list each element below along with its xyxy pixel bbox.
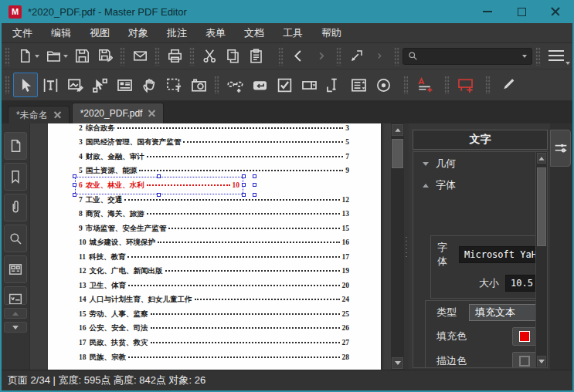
eraser-pen-tool[interactable] xyxy=(494,73,518,97)
toolbar-grip[interactable] xyxy=(189,47,195,66)
toc-row[interactable]: 4 财政、金融、审计 7 xyxy=(79,150,349,164)
radio-field-tool[interactable] xyxy=(371,73,396,97)
selection-handle[interactable] xyxy=(157,174,161,178)
edit-image-tool[interactable] xyxy=(63,73,87,97)
toc-row[interactable]: 7 工业、交通 12 xyxy=(79,193,349,208)
tab-close-icon[interactable] xyxy=(54,112,61,119)
form-fields-button[interactable] xyxy=(4,255,27,283)
add-text-annotation-tool[interactable] xyxy=(412,73,436,97)
stroke-color-button[interactable] xyxy=(512,352,536,368)
minimize-button[interactable] xyxy=(470,0,504,23)
menu-item[interactable]: 文件 xyxy=(3,23,42,42)
menu-item[interactable]: 文档 xyxy=(235,23,273,42)
toolbar-grip[interactable] xyxy=(444,76,450,94)
toolbar-grip[interactable] xyxy=(394,47,399,66)
copy-button[interactable] xyxy=(221,46,244,66)
scroll-down-button[interactable] xyxy=(392,357,403,369)
search-panel-button[interactable] xyxy=(4,225,27,252)
selection-handle[interactable] xyxy=(253,174,256,178)
menu-item[interactable]: 视图 xyxy=(80,23,119,42)
selection-handle[interactable] xyxy=(73,193,76,197)
cut-button[interactable] xyxy=(198,46,221,66)
toc-row[interactable]: 18 民族、宗教 28 xyxy=(79,350,349,365)
document-tab[interactable]: *未命名 xyxy=(8,106,70,123)
main-menu-button[interactable] xyxy=(544,46,570,66)
sidebar-scroll-up-button[interactable] xyxy=(4,308,27,319)
font-name-input[interactable]: Microsoft YaHei xyxy=(459,246,548,263)
toolbar-grip[interactable] xyxy=(5,47,10,66)
scrollbar-thumb[interactable] xyxy=(392,139,403,168)
document-scrollbar[interactable] xyxy=(391,123,404,370)
menu-item[interactable]: 表单 xyxy=(196,23,235,42)
toc-row[interactable]: 2 综合政务 3 xyxy=(79,123,349,136)
save-button[interactable] xyxy=(70,46,93,66)
toc-row[interactable]: 17 民政、扶贫、救灾 27 xyxy=(79,336,349,350)
close-button[interactable] xyxy=(538,0,572,23)
search-box[interactable] xyxy=(402,48,532,65)
tab-close-icon[interactable] xyxy=(148,110,155,117)
scroll-up-button[interactable] xyxy=(537,153,546,164)
document-tab[interactable]: *2020_PDF.pdf xyxy=(72,103,165,123)
toc-row[interactable]: 9 市场监管、安全生产监管 15 xyxy=(79,221,349,236)
toc-row[interactable]: 15 劳动、人事、监察 25 xyxy=(79,307,349,322)
toc-row[interactable]: 6 农业、林业、水利 10 xyxy=(79,178,349,193)
menu-item[interactable]: 工具 xyxy=(273,23,312,42)
toolbar-grip[interactable] xyxy=(535,47,541,66)
navigate-back-button[interactable] xyxy=(287,46,310,66)
selection-handle[interactable] xyxy=(253,193,256,197)
edit-path-tool[interactable] xyxy=(87,73,112,97)
scrollbar-thumb[interactable] xyxy=(537,167,546,246)
toolbar-grip[interactable] xyxy=(403,76,409,94)
edit-text-tool[interactable] xyxy=(38,73,63,97)
toc-row[interactable]: 12 文化、广电、新闻出版 19 xyxy=(79,264,349,279)
toc-row[interactable]: 8 商贸、海关、旅游 13 xyxy=(79,207,349,221)
checkbox-field-tool[interactable] xyxy=(272,73,297,97)
email-button[interactable] xyxy=(128,46,151,66)
bookmarks-button[interactable] xyxy=(4,163,27,191)
hand-tool[interactable] xyxy=(137,73,161,97)
new-document-button[interactable] xyxy=(13,46,36,66)
selection-handle[interactable] xyxy=(242,193,246,197)
panel-scrollbar[interactable] xyxy=(535,152,547,367)
edit-form-tool[interactable] xyxy=(112,73,137,97)
selection-handle[interactable] xyxy=(73,174,76,178)
search-input[interactable] xyxy=(418,51,522,62)
toolbar-grip[interactable] xyxy=(155,47,160,66)
toolbar-grip[interactable] xyxy=(485,76,491,94)
fill-color-button[interactable] xyxy=(512,327,536,346)
toolbar-grip[interactable] xyxy=(278,47,284,66)
toc-row[interactable]: 16 公安、安全、司法 26 xyxy=(79,322,349,336)
save-as-button[interactable] xyxy=(93,46,117,66)
section-geometry[interactable]: 几何 xyxy=(413,152,547,174)
button-field-tool[interactable] xyxy=(247,73,272,97)
toolbar-grip[interactable] xyxy=(5,76,10,94)
text-field-tool[interactable] xyxy=(321,73,346,97)
document-viewport[interactable]: 2 综合政务 3 3 国民经济管理、国有资产监管 xyxy=(30,123,391,370)
sidebar-scroll-down-button[interactable] xyxy=(4,322,27,333)
menu-item[interactable]: 编辑 xyxy=(42,23,80,42)
add-callout-tool[interactable] xyxy=(453,73,477,97)
toolbar-grip[interactable] xyxy=(120,47,125,66)
combobox-field-tool[interactable] xyxy=(297,73,321,97)
toolbar-grip[interactable] xyxy=(336,47,341,66)
selection-handle[interactable] xyxy=(242,183,246,187)
zoom-to-selection-button[interactable] xyxy=(345,46,368,66)
toc-row[interactable]: 10 城乡建设、环境保护 16 xyxy=(79,235,349,250)
properties-panel-toggle[interactable] xyxy=(550,130,571,167)
menu-item[interactable]: 批注 xyxy=(158,23,196,42)
type-select[interactable]: 填充文本 xyxy=(469,304,537,321)
toolbar-grip[interactable] xyxy=(214,76,219,94)
toc-row[interactable]: 14 人口与计划生育、妇女儿童工作 24 xyxy=(79,293,349,308)
selection-handle[interactable] xyxy=(253,183,256,187)
print-button[interactable] xyxy=(163,46,186,66)
add-link-tool[interactable] xyxy=(222,73,247,97)
paste-button[interactable] xyxy=(244,46,267,66)
section-font[interactable]: 字体 xyxy=(413,174,547,195)
open-file-button[interactable] xyxy=(42,46,65,66)
open-file-dropdown-icon[interactable] xyxy=(63,55,68,58)
signatures-button[interactable] xyxy=(4,286,27,305)
search-dropdown-icon[interactable] xyxy=(522,55,527,58)
maximize-button[interactable] xyxy=(504,0,538,23)
listbox-field-tool[interactable] xyxy=(346,73,371,97)
snapshot-tool[interactable] xyxy=(186,73,211,97)
